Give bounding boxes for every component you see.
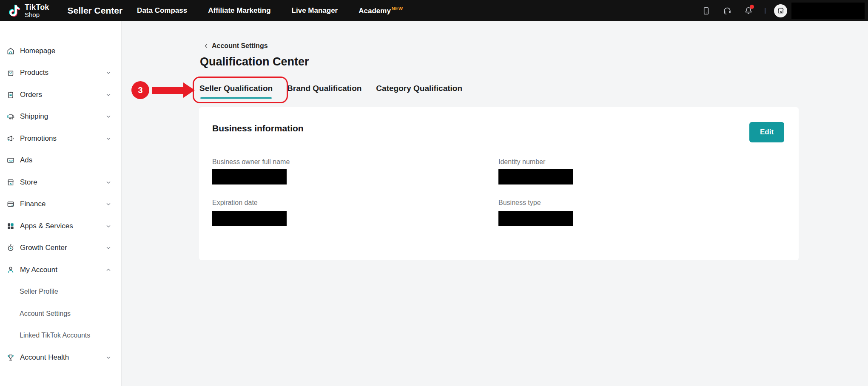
new-badge: NEW <box>392 6 403 11</box>
chevron-down-icon <box>105 354 112 361</box>
sidebar-item-store[interactable]: Store <box>0 171 121 193</box>
person-icon <box>6 266 15 274</box>
nav-live-manager[interactable]: Live Manager <box>292 6 338 15</box>
trophy-icon <box>6 353 15 362</box>
page-title: Qualification Center <box>200 55 309 68</box>
tab-brand-qualification[interactable]: Brand Qualification <box>287 84 361 99</box>
nav-seller-center[interactable]: Seller Center <box>68 6 123 16</box>
mobile-icon[interactable] <box>701 6 711 16</box>
breadcrumb[interactable]: Account Settings <box>203 42 268 50</box>
edit-button[interactable]: Edit <box>749 122 784 142</box>
annotation-step-badge: 3 <box>131 81 149 99</box>
shipping-truck-icon <box>6 112 15 121</box>
sidebar-item-products[interactable]: Products <box>0 62 121 84</box>
field-label-expiration-date: Expiration date <box>212 199 258 207</box>
orders-clipboard-icon <box>6 91 15 99</box>
sidebar-item-finance[interactable]: Finance <box>0 193 121 216</box>
notification-dot <box>750 5 754 9</box>
nav-affiliate-marketing[interactable]: Affiliate Marketing <box>208 6 270 15</box>
sidebar-item-my-account[interactable]: My Account <box>0 259 121 281</box>
sidebar-item-shipping[interactable]: Shipping <box>0 106 121 128</box>
apps-grid-icon <box>6 222 15 230</box>
redacted-account-name <box>791 3 865 19</box>
sidebar-item-promotions[interactable]: Promotions <box>0 128 121 150</box>
finance-card-icon <box>6 200 15 208</box>
redacted-value-business-type <box>498 211 573 226</box>
home-icon <box>6 47 15 55</box>
sidebar-item-apps-services[interactable]: Apps & Services <box>0 215 121 237</box>
store-avatar-icon[interactable] <box>774 4 787 17</box>
chevron-down-icon <box>105 113 112 120</box>
sidebar-item-linked-tiktok-accounts[interactable]: Linked TikTok Accounts <box>0 325 121 347</box>
redacted-value-business-owner <box>212 169 287 184</box>
growth-stopwatch-icon <box>6 244 15 252</box>
nav-data-compass[interactable]: Data Compass <box>137 6 187 15</box>
logo-text-tiktok: TikTok <box>25 3 49 11</box>
sidebar-item-orders[interactable]: Orders <box>0 84 121 106</box>
headset-support-icon[interactable] <box>722 6 732 16</box>
topbar-divider <box>765 8 766 14</box>
tab-category-qualification[interactable]: Category Qualification <box>376 84 462 99</box>
sidebar-item-account-health[interactable]: Account Health <box>0 346 121 369</box>
business-information-card: Business information Edit Business owner… <box>199 107 799 260</box>
storefront-icon <box>6 178 15 187</box>
chevron-down-icon <box>105 69 112 76</box>
sidebar-item-seller-profile[interactable]: Seller Profile <box>0 281 121 303</box>
redacted-value-identity-number <box>498 169 573 184</box>
svg-text:AD: AD <box>9 159 13 162</box>
sidebar-item-homepage[interactable]: Homepage <box>0 40 121 62</box>
redacted-value-expiration-date <box>212 211 287 226</box>
sidebar-item-growth-center[interactable]: Growth Center <box>0 237 121 259</box>
chevron-up-icon <box>105 267 112 273</box>
chevron-down-icon <box>105 201 112 207</box>
nav-divider <box>58 5 58 16</box>
top-navigation-bar: TikTok Shop Seller Center Data Compass A… <box>0 0 868 21</box>
field-label-business-type: Business type <box>498 199 541 207</box>
tiktok-shop-logo[interactable]: TikTok Shop <box>7 3 49 18</box>
annotation-highlight-box <box>193 77 288 103</box>
chevron-down-icon <box>105 135 112 142</box>
chevron-down-icon <box>105 223 112 230</box>
chevron-down-icon <box>105 244 112 251</box>
ads-icon: AD <box>6 156 15 165</box>
products-bag-icon <box>6 68 15 77</box>
promotions-megaphone-icon <box>6 134 15 143</box>
chevron-down-icon <box>105 179 112 186</box>
annotation-arrow <box>152 87 183 94</box>
notification-bell-icon[interactable] <box>743 6 754 16</box>
logo-text-shop: Shop <box>25 11 49 18</box>
sidebar: Homepage Products Orders <box>0 21 122 386</box>
chevron-down-icon <box>105 91 112 98</box>
chevron-left-icon <box>203 43 209 49</box>
sidebar-item-account-settings[interactable]: Account Settings <box>0 303 121 325</box>
nav-academy[interactable]: AcademyNEW <box>359 6 403 15</box>
field-label-identity-number: Identity number <box>498 158 545 166</box>
card-title: Business information <box>212 123 304 133</box>
field-label-business-owner: Business owner full name <box>212 158 290 166</box>
sidebar-item-ads[interactable]: AD Ads <box>0 150 121 172</box>
tiktok-note-icon <box>7 3 21 18</box>
